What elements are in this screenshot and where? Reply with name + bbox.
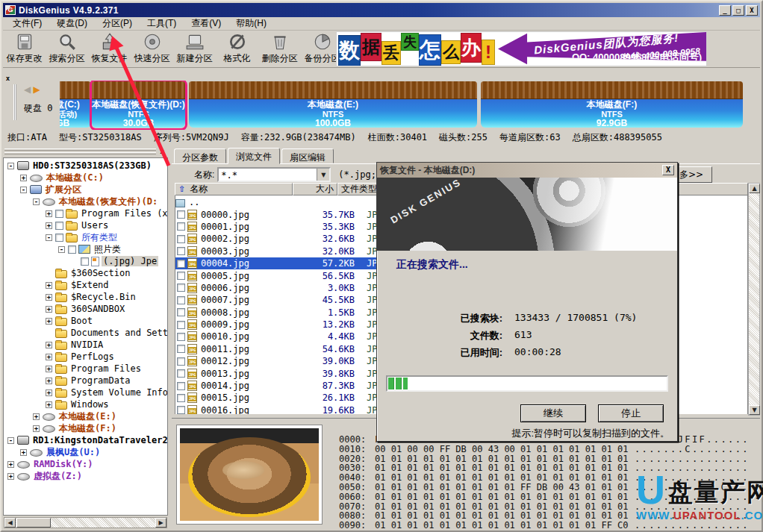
panel-grip[interactable] [13,84,16,120]
menu-item[interactable]: 查看(V) [184,16,228,31]
menu-item[interactable]: 分区(P) [96,16,139,31]
tree-item-label[interactable]: HD0:ST3250318AS(233GB) [31,160,153,171]
scroll-thumb[interactable] [16,518,51,528]
tree-checkbox[interactable] [81,257,89,266]
tree-item[interactable]: - RD1:KingstonDataTraveler2 [4,434,167,446]
search-partition-button[interactable]: 搜索分区 [46,31,88,66]
dialog-close-button[interactable]: X [662,165,674,175]
file-checkbox[interactable] [177,222,185,231]
tree-item-label[interactable]: 晨枫U盘(U:) [45,446,102,459]
tree-item[interactable]: + 晨枫U盘(U:) [4,446,167,458]
tree-expand-toggle[interactable]: + [46,282,52,289]
tree-item[interactable]: + 360SANDBOX [4,303,167,315]
tree-item[interactable]: + Boot [4,315,167,327]
minimize-button[interactable]: _ [719,5,731,16]
partition-block[interactable]: 本地磁盘(C:) NTFS (活动) 10.0GB [60,81,91,128]
tree-expand-toggle[interactable]: + [46,318,52,325]
tree-expand-toggle[interactable]: + [46,366,52,372]
tree-item-label[interactable]: Windows [69,399,110,410]
continue-button[interactable]: 继续 [520,404,586,422]
file-checkbox[interactable] [177,235,185,243]
tree-item-label[interactable]: 本地磁盘(F:) [57,422,118,435]
tree-expand-toggle[interactable]: + [33,425,40,432]
file-checkbox[interactable] [177,284,185,292]
tree-checkbox[interactable] [55,210,63,218]
tree-expand-toggle[interactable]: + [46,210,52,217]
partition-block[interactable]: 本地磁盘(F:) NTFS 92.9GB [481,81,743,128]
tree-panel-grip[interactable]: x [3,148,168,157]
tree-item[interactable]: - HD0:ST3250318AS(233GB) [4,160,167,172]
tree-expand-toggle[interactable]: + [20,175,27,181]
file-checkbox[interactable] [177,260,185,268]
tree-item[interactable]: + System Volume Inform [4,387,167,398]
tree-item[interactable]: + 虚拟盘(Z:) [4,470,167,482]
tree-item[interactable]: + Program Files (x8 [4,207,167,219]
tree-expand-toggle[interactable]: + [46,342,52,348]
tree-item-label[interactable]: 扩展分区 [44,184,83,196]
tree-item[interactable]: + Program Files [4,363,167,375]
tree-item[interactable]: + ProgramData [4,375,167,387]
tree-item-label[interactable]: $Recycle.Bin [69,292,137,302]
file-checkbox[interactable] [177,394,185,402]
file-checkbox[interactable] [177,357,185,366]
recover-files-button[interactable]: 恢复文件 [88,31,131,66]
tree-item[interactable]: - 照片类 [4,243,167,255]
close-button[interactable]: X [746,5,758,16]
partition-block[interactable]: 本地磁盘(E:) NTFS 100.0GB [189,81,477,128]
tree-item[interactable]: $360Section [4,267,167,279]
tree-item-label[interactable]: RAMDisk(Y:) [32,459,94,469]
file-checkbox[interactable] [177,345,185,353]
quick-partition-button[interactable]: 快速分区 [131,31,173,66]
menu-item[interactable]: 文件(F) [6,16,49,31]
filter-value[interactable]: *.* [219,169,317,181]
tree-expand-toggle[interactable]: + [7,461,14,468]
panel-close-icon[interactable]: x [4,75,12,83]
tree-item-label[interactable]: 360SANDBOX [69,304,126,314]
tree-expand-toggle[interactable]: + [46,222,52,229]
menu-item[interactable]: 工具(T) [140,16,183,31]
tree-item-label[interactable]: 照片类 [93,243,122,256]
tree-item-label[interactable]: 所有类型 [80,231,119,244]
tree-item[interactable]: - 扩展分区 [4,184,167,195]
scroll-left-icon[interactable]: ◀ [4,518,16,528]
delete-partition-button[interactable]: 删除分区 [258,31,301,66]
tree-horizontal-scrollbar[interactable]: ◀ ▶ [4,517,167,528]
tree-item-label[interactable]: NVIDIA [69,339,105,350]
tree-expand-toggle[interactable]: - [58,246,65,253]
tree-item-label[interactable]: Users [80,220,110,231]
tree-item[interactable]: + RAMDisk(Y:) [4,458,167,470]
restore-button[interactable]: □ [732,5,744,16]
tree-item-label[interactable]: $360Section [69,268,131,278]
tree-item-label[interactable]: Boot [69,316,94,326]
tree-item-label[interactable]: (.jpg) Jpe [102,256,158,266]
tree-expand-toggle[interactable]: - [7,437,14,444]
file-checkbox[interactable] [177,333,185,341]
tree-checkbox[interactable] [55,234,63,242]
tree-checkbox[interactable] [55,222,63,230]
tree-item[interactable]: + 本地磁盘(F:) [4,422,167,434]
save-changes-button[interactable]: 保存更改 [3,31,46,66]
tree-item[interactable]: + $Recycle.Bin [4,291,167,303]
tree-expand-toggle[interactable]: + [46,401,52,408]
view-tab[interactable]: 分区参数 [174,148,226,163]
tree-item-label[interactable]: 本地磁盘(恢复文件)(D: [57,195,159,208]
tree-item-label[interactable]: 本地磁盘(E:) [57,410,118,423]
file-list-scrollbar[interactable]: ▲ ▼ [748,183,760,416]
scroll-up-icon[interactable]: ▲ [749,184,760,193]
menu-item[interactable]: 帮助(H) [229,16,273,31]
tree-item[interactable]: Documents and Settin [4,327,167,339]
tree-item[interactable]: - 本地磁盘(恢复文件)(D: [4,195,167,207]
tree-expand-toggle[interactable]: + [46,294,52,301]
file-checkbox[interactable] [177,247,185,255]
tree-item-label[interactable]: Program Files (x8 [80,208,168,219]
tree-item[interactable]: + $Extend [4,279,167,291]
dropdown-arrow-icon[interactable]: ▼ [317,169,329,181]
tree-checkbox[interactable] [68,245,76,254]
file-checkbox[interactable] [177,296,185,304]
new-partition-button[interactable]: 新建分区 [173,31,216,66]
file-checkbox[interactable] [177,308,185,316]
tree-expand-toggle[interactable]: + [46,389,52,396]
tree-item[interactable]: + 本地磁盘(C:) [4,172,167,184]
tree-item[interactable]: - 所有类型 [4,231,167,243]
scroll-right-icon[interactable]: ▶ [155,518,166,528]
